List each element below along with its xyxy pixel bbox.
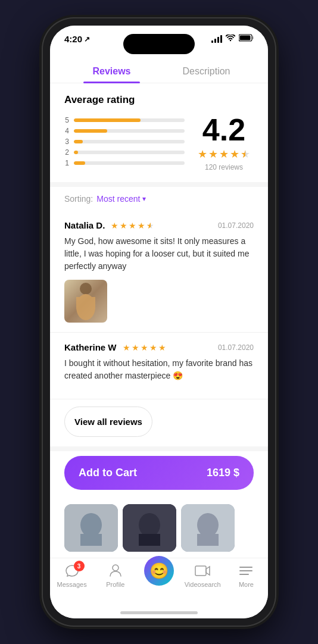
- add-to-cart-button[interactable]: Add to Cart 1619 $: [64, 456, 254, 490]
- content-scroll[interactable]: Reviews Description Average rating 5: [50, 57, 268, 558]
- cart-label: Add to Cart: [79, 467, 137, 479]
- rev1-star1: ★: [111, 221, 119, 230]
- reviewer-info-2: Katherine W ★ ★ ★ ★ ★: [64, 342, 166, 352]
- svg-rect-11: [139, 534, 160, 546]
- star-3: ★: [219, 148, 229, 161]
- more-icon: [238, 563, 254, 579]
- svg-point-10: [139, 513, 160, 537]
- rev1-star5: ★★: [146, 221, 154, 230]
- messages-icon: 3: [64, 563, 80, 579]
- product-thumb-3[interactable]: [181, 504, 235, 552]
- battery-icon: [239, 34, 254, 43]
- star-4: ★: [230, 148, 239, 161]
- review-stars-1: ★ ★ ★ ★ ★★: [111, 221, 154, 230]
- rating-stars: ★ ★ ★ ★ ★★: [194, 148, 254, 161]
- svg-point-7: [80, 513, 102, 537]
- avg-rating-title: Average rating: [64, 94, 254, 106]
- rev2-star5: ★: [158, 343, 166, 352]
- average-rating-section: Average rating 5 4 3: [50, 83, 268, 182]
- view-all-reviews-button[interactable]: View all reviews: [64, 407, 152, 437]
- rev1-star2: ★: [120, 221, 127, 230]
- svg-point-13: [197, 513, 219, 537]
- nav-item-messages[interactable]: 3 Messages: [50, 563, 93, 588]
- tab-description[interactable]: Description: [159, 59, 254, 83]
- svg-rect-1: [240, 36, 251, 40]
- bar-row-5: 5: [64, 116, 185, 124]
- reviewer-info-1: Natalia D. ★ ★ ★ ★ ★★: [64, 220, 154, 230]
- divider-2: [50, 446, 268, 451]
- bottom-nav: 3 Messages Profile 😊: [50, 558, 268, 607]
- rating-score: 4.2: [194, 114, 254, 145]
- nav-item-videosearch[interactable]: Videosearch: [181, 563, 225, 588]
- svg-rect-8: [80, 534, 102, 546]
- home-bar: [120, 611, 198, 614]
- star-2: ★: [208, 148, 218, 161]
- rating-summary: 4.2 ★ ★ ★ ★ ★★ 120 reviews: [194, 114, 254, 171]
- bar-row-3: 3: [64, 137, 185, 146]
- status-time: 4:20 ↗: [64, 34, 90, 44]
- review-image-1[interactable]: [64, 280, 107, 323]
- review-header-2: Katherine W ★ ★ ★ ★ ★ 01.07.2020: [64, 342, 254, 352]
- review-stars-2: ★ ★ ★ ★ ★: [123, 343, 166, 352]
- messages-badge: 3: [74, 561, 85, 571]
- nav-item-center[interactable]: 😊: [137, 561, 180, 586]
- svg-rect-5: [76, 297, 95, 309]
- reviewer-name-1: Natalia D.: [64, 220, 105, 230]
- svg-point-15: [113, 565, 119, 571]
- nav-label-more: More: [239, 581, 254, 588]
- dynamic-island: [123, 34, 195, 54]
- sorting-label: Sorting:: [64, 194, 93, 204]
- bar-row-4: 4: [64, 127, 185, 135]
- review-count: 120 reviews: [194, 163, 254, 171]
- sorting-dropdown[interactable]: Most recent ▾: [96, 194, 146, 204]
- nav-item-profile[interactable]: Profile: [93, 563, 137, 588]
- review-date-2: 01.07.2020: [218, 343, 254, 352]
- cart-price: 1619 $: [207, 467, 239, 479]
- rev2-star1: ★: [123, 343, 130, 352]
- tab-reviews[interactable]: Reviews: [64, 59, 159, 83]
- product-thumb-1[interactable]: [64, 504, 118, 552]
- review-text-1: My God, how awesome it sits! It only mea…: [64, 235, 254, 273]
- svg-point-3: [80, 283, 92, 295]
- bar-row-1: 1: [64, 159, 185, 167]
- nav-item-more[interactable]: More: [225, 563, 268, 588]
- star-5: ★★: [241, 148, 250, 161]
- chevron-down-icon: ▾: [142, 195, 146, 203]
- review-card-1: Natalia D. ★ ★ ★ ★ ★★ 01.07.2020 My God,…: [50, 211, 268, 333]
- review-text-2: I bought it without hesitation, my favor…: [64, 357, 254, 382]
- signal-bars-icon: [211, 35, 222, 43]
- review-date-1: 01.07.2020: [218, 221, 254, 230]
- review-card-2: Katherine W ★ ★ ★ ★ ★ 01.07.2020 I bough…: [50, 333, 268, 399]
- nav-label-profile: Profile: [106, 581, 124, 588]
- status-icons: [211, 34, 254, 43]
- tab-bar: Reviews Description: [50, 59, 268, 83]
- bar-row-2: 2: [64, 148, 185, 157]
- rev1-star3: ★: [129, 221, 136, 230]
- profile-icon: [108, 563, 123, 579]
- nav-label-messages: Messages: [57, 581, 87, 588]
- svg-rect-2: [252, 36, 254, 39]
- star-1: ★: [198, 148, 207, 161]
- svg-rect-14: [197, 534, 219, 546]
- wifi-icon: [226, 34, 235, 43]
- review-header-1: Natalia D. ★ ★ ★ ★ ★★ 01.07.2020: [64, 220, 254, 230]
- rating-overview: 5 4 3 2: [64, 114, 254, 171]
- videosearch-icon: [195, 563, 210, 579]
- rev2-star4: ★: [149, 343, 157, 352]
- product-thumb-2[interactable]: [123, 504, 176, 552]
- rev2-star3: ★: [141, 343, 148, 352]
- home-indicator: [50, 607, 268, 618]
- nav-label-videosearch: Videosearch: [185, 581, 221, 588]
- rev2-star2: ★: [132, 343, 139, 352]
- rating-bars: 5 4 3 2: [64, 116, 185, 170]
- svg-rect-16: [195, 566, 206, 576]
- rev1-star4: ★: [138, 221, 145, 230]
- sorting-row: Sorting: Most recent ▾: [50, 187, 268, 211]
- product-thumbnail-row: [50, 499, 268, 558]
- center-nav-button[interactable]: 😊: [144, 556, 174, 586]
- reviewer-name-2: Katherine W: [64, 342, 117, 352]
- divider-1: [50, 182, 268, 187]
